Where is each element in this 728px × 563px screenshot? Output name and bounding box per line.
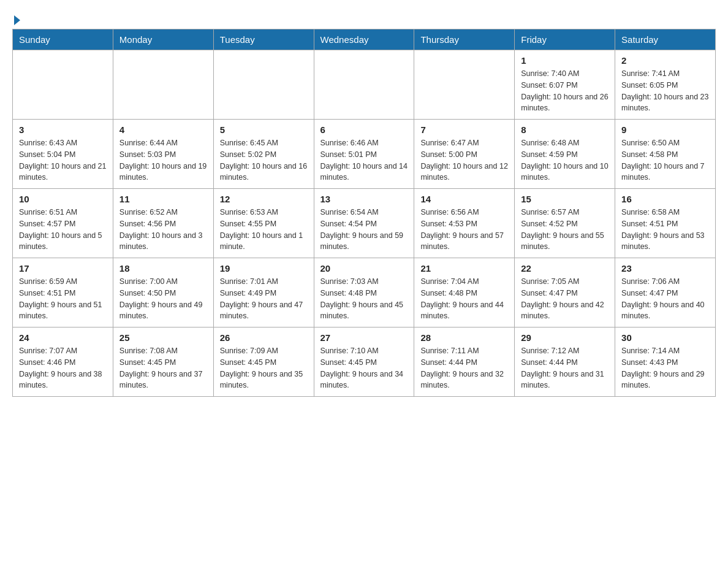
day-number: 22	[521, 263, 609, 274]
day-number: 5	[220, 124, 308, 135]
day-info: Sunrise: 6:46 AM Sunset: 5:01 PM Dayligh…	[320, 137, 408, 183]
day-info: Sunrise: 6:59 AM Sunset: 4:51 PM Dayligh…	[19, 276, 107, 322]
day-number: 9	[621, 124, 709, 135]
day-number: 23	[621, 263, 709, 274]
day-number: 28	[420, 332, 508, 343]
calendar-header-row: SundayMondayTuesdayWednesdayThursdayFrid…	[13, 29, 716, 50]
day-info: Sunrise: 7:00 AM Sunset: 4:50 PM Dayligh…	[119, 276, 207, 322]
calendar-cell: 8Sunrise: 6:48 AM Sunset: 4:59 PM Daylig…	[515, 120, 615, 189]
calendar-cell: 28Sunrise: 7:11 AM Sunset: 4:44 PM Dayli…	[414, 327, 515, 397]
calendar-cell: 6Sunrise: 6:46 AM Sunset: 5:01 PM Daylig…	[314, 120, 414, 189]
day-info: Sunrise: 7:41 AM Sunset: 6:05 PM Dayligh…	[621, 68, 709, 114]
day-number: 19	[220, 263, 308, 274]
calendar-cell: 30Sunrise: 7:14 AM Sunset: 4:43 PM Dayli…	[615, 327, 716, 397]
calendar-cell: 5Sunrise: 6:45 AM Sunset: 5:02 PM Daylig…	[213, 120, 314, 189]
calendar-cell: 14Sunrise: 6:56 AM Sunset: 4:53 PM Dayli…	[414, 189, 515, 258]
weekday-header-tuesday: Tuesday	[213, 29, 314, 50]
weekday-header-saturday: Saturday	[615, 29, 716, 50]
day-number: 10	[19, 194, 107, 204]
calendar-cell: 25Sunrise: 7:08 AM Sunset: 4:45 PM Dayli…	[113, 327, 213, 397]
day-info: Sunrise: 7:04 AM Sunset: 4:48 PM Dayligh…	[420, 276, 508, 322]
day-info: Sunrise: 7:08 AM Sunset: 4:45 PM Dayligh…	[119, 345, 207, 391]
calendar-cell: 29Sunrise: 7:12 AM Sunset: 4:44 PM Dayli…	[515, 327, 615, 397]
page-header	[12, 12, 716, 23]
day-number: 6	[320, 124, 408, 135]
calendar-week-3: 10Sunrise: 6:51 AM Sunset: 4:57 PM Dayli…	[13, 189, 716, 258]
calendar-cell: 11Sunrise: 6:52 AM Sunset: 4:56 PM Dayli…	[113, 189, 213, 258]
calendar-cell: 10Sunrise: 6:51 AM Sunset: 4:57 PM Dayli…	[13, 189, 113, 258]
calendar-cell: 19Sunrise: 7:01 AM Sunset: 4:49 PM Dayli…	[213, 258, 314, 327]
day-info: Sunrise: 6:47 AM Sunset: 5:00 PM Dayligh…	[420, 137, 508, 183]
logo-arrow-icon	[14, 15, 20, 25]
calendar-cell	[13, 50, 113, 120]
day-info: Sunrise: 7:06 AM Sunset: 4:47 PM Dayligh…	[621, 276, 709, 322]
day-info: Sunrise: 7:09 AM Sunset: 4:45 PM Dayligh…	[220, 345, 308, 391]
calendar-table: SundayMondayTuesdayWednesdayThursdayFrid…	[12, 29, 716, 397]
weekday-header-thursday: Thursday	[414, 29, 515, 50]
day-number: 12	[220, 194, 308, 204]
weekday-header-friday: Friday	[515, 29, 615, 50]
calendar-week-1: 1Sunrise: 7:40 AM Sunset: 6:07 PM Daylig…	[13, 50, 716, 120]
calendar-cell	[314, 50, 414, 120]
day-info: Sunrise: 7:14 AM Sunset: 4:43 PM Dayligh…	[621, 345, 709, 391]
day-info: Sunrise: 6:58 AM Sunset: 4:51 PM Dayligh…	[621, 207, 709, 253]
calendar-week-2: 3Sunrise: 6:43 AM Sunset: 5:04 PM Daylig…	[13, 120, 716, 189]
calendar-week-4: 17Sunrise: 6:59 AM Sunset: 4:51 PM Dayli…	[13, 258, 716, 327]
day-info: Sunrise: 7:12 AM Sunset: 4:44 PM Dayligh…	[521, 345, 609, 391]
day-info: Sunrise: 6:57 AM Sunset: 4:52 PM Dayligh…	[521, 207, 609, 253]
day-number: 25	[119, 332, 207, 343]
calendar-cell: 12Sunrise: 6:53 AM Sunset: 4:55 PM Dayli…	[213, 189, 314, 258]
day-number: 30	[621, 332, 709, 343]
calendar-cell: 2Sunrise: 7:41 AM Sunset: 6:05 PM Daylig…	[615, 50, 716, 120]
calendar-cell	[113, 50, 213, 120]
day-number: 1	[521, 55, 609, 66]
calendar-cell: 21Sunrise: 7:04 AM Sunset: 4:48 PM Dayli…	[414, 258, 515, 327]
day-number: 14	[420, 194, 508, 204]
calendar-cell: 27Sunrise: 7:10 AM Sunset: 4:45 PM Dayli…	[314, 327, 414, 397]
day-info: Sunrise: 6:56 AM Sunset: 4:53 PM Dayligh…	[420, 207, 508, 253]
calendar-week-5: 24Sunrise: 7:07 AM Sunset: 4:46 PM Dayli…	[13, 327, 716, 397]
day-number: 4	[119, 124, 207, 135]
day-info: Sunrise: 6:50 AM Sunset: 4:58 PM Dayligh…	[621, 137, 709, 183]
calendar-cell: 9Sunrise: 6:50 AM Sunset: 4:58 PM Daylig…	[615, 120, 716, 189]
day-number: 26	[220, 332, 308, 343]
calendar-cell: 4Sunrise: 6:44 AM Sunset: 5:03 PM Daylig…	[113, 120, 213, 189]
day-info: Sunrise: 6:43 AM Sunset: 5:04 PM Dayligh…	[19, 137, 107, 183]
day-number: 2	[621, 55, 709, 66]
calendar-cell: 7Sunrise: 6:47 AM Sunset: 5:00 PM Daylig…	[414, 120, 515, 189]
calendar-cell: 17Sunrise: 6:59 AM Sunset: 4:51 PM Dayli…	[13, 258, 113, 327]
day-info: Sunrise: 7:10 AM Sunset: 4:45 PM Dayligh…	[320, 345, 408, 391]
day-number: 18	[119, 263, 207, 274]
day-number: 17	[19, 263, 107, 274]
day-info: Sunrise: 6:44 AM Sunset: 5:03 PM Dayligh…	[119, 137, 207, 183]
day-number: 7	[420, 124, 508, 135]
day-number: 29	[521, 332, 609, 343]
calendar-cell: 22Sunrise: 7:05 AM Sunset: 4:47 PM Dayli…	[515, 258, 615, 327]
calendar-cell: 1Sunrise: 7:40 AM Sunset: 6:07 PM Daylig…	[515, 50, 615, 120]
day-info: Sunrise: 6:52 AM Sunset: 4:56 PM Dayligh…	[119, 207, 207, 253]
day-number: 16	[621, 194, 709, 204]
day-number: 8	[521, 124, 609, 135]
calendar-cell: 26Sunrise: 7:09 AM Sunset: 4:45 PM Dayli…	[213, 327, 314, 397]
day-number: 15	[521, 194, 609, 204]
weekday-header-wednesday: Wednesday	[314, 29, 414, 50]
day-info: Sunrise: 7:01 AM Sunset: 4:49 PM Dayligh…	[220, 276, 308, 322]
calendar-cell: 3Sunrise: 6:43 AM Sunset: 5:04 PM Daylig…	[13, 120, 113, 189]
calendar-cell: 13Sunrise: 6:54 AM Sunset: 4:54 PM Dayli…	[314, 189, 414, 258]
day-info: Sunrise: 7:07 AM Sunset: 4:46 PM Dayligh…	[19, 345, 107, 391]
day-number: 21	[420, 263, 508, 274]
day-info: Sunrise: 6:48 AM Sunset: 4:59 PM Dayligh…	[521, 137, 609, 183]
calendar-cell: 24Sunrise: 7:07 AM Sunset: 4:46 PM Dayli…	[13, 327, 113, 397]
day-number: 27	[320, 332, 408, 343]
calendar-cell: 23Sunrise: 7:06 AM Sunset: 4:47 PM Dayli…	[615, 258, 716, 327]
day-number: 11	[119, 194, 207, 204]
day-info: Sunrise: 6:45 AM Sunset: 5:02 PM Dayligh…	[220, 137, 308, 183]
day-info: Sunrise: 6:51 AM Sunset: 4:57 PM Dayligh…	[19, 207, 107, 253]
weekday-header-sunday: Sunday	[13, 29, 113, 50]
day-info: Sunrise: 7:03 AM Sunset: 4:48 PM Dayligh…	[320, 276, 408, 322]
logo	[12, 12, 20, 23]
day-info: Sunrise: 6:54 AM Sunset: 4:54 PM Dayligh…	[320, 207, 408, 253]
day-info: Sunrise: 7:05 AM Sunset: 4:47 PM Dayligh…	[521, 276, 609, 322]
day-number: 24	[19, 332, 107, 343]
day-info: Sunrise: 7:11 AM Sunset: 4:44 PM Dayligh…	[420, 345, 508, 391]
